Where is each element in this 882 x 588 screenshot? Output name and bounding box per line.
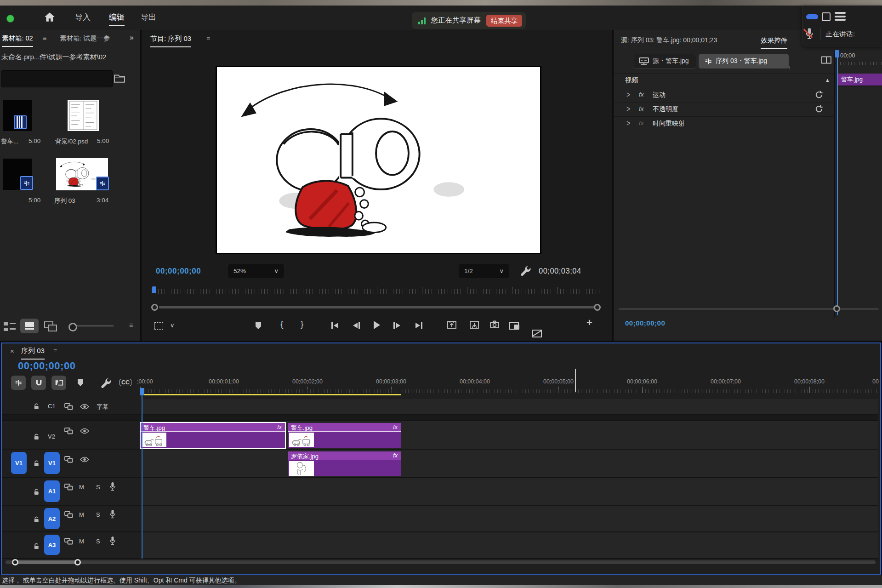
lock-icon[interactable] — [33, 433, 40, 440]
traffic-light-green[interactable] — [6, 15, 14, 23]
media-thumb-sequence-03[interactable] — [56, 158, 108, 190]
media-thumb-background-psd[interactable] — [68, 100, 99, 131]
lock-icon[interactable] — [33, 460, 40, 467]
menu-import[interactable]: 导入 — [75, 12, 91, 25]
monitor-playhead[interactable] — [152, 286, 156, 293]
timeline-zoom-scrollbar-track[interactable] — [6, 560, 876, 564]
tab-sequence-clip[interactable]: 序列 03・警车.jpg — [699, 54, 789, 69]
tab-sequence-03[interactable]: 序列 03 — [21, 347, 45, 360]
track-target-icon[interactable] — [64, 511, 73, 518]
track-target-badge[interactable]: V1 — [44, 452, 60, 474]
linked-selection-toggle[interactable] — [51, 376, 66, 390]
tab-bin-02[interactable]: 素材箱: 02 — [2, 34, 33, 47]
fx-badge[interactable]: fx — [639, 91, 644, 98]
source-patch-badge[interactable]: V1 — [11, 452, 27, 474]
captions-cc-icon[interactable]: CC — [119, 379, 131, 386]
scrollbar-handle-right[interactable] — [594, 304, 601, 311]
zoom-slider-knob[interactable] — [68, 323, 77, 331]
snap-magnet-toggle[interactable] — [31, 376, 46, 390]
tab-effect-controls[interactable]: 效果控件 — [761, 36, 787, 49]
safe-margins-icon[interactable] — [154, 322, 163, 330]
expand-right-icon[interactable]: > — [626, 104, 630, 114]
panel-menu-icon[interactable]: ≡ — [43, 34, 46, 42]
thumbnail-view-button[interactable] — [20, 319, 39, 333]
settings-wrench-icon[interactable] — [520, 265, 531, 276]
track-target-icon[interactable] — [64, 428, 73, 434]
comparison-view-icon[interactable] — [509, 322, 519, 330]
media-label[interactable]: 背景/02.psd — [55, 137, 88, 146]
insert-overwrite-sequence-toggle[interactable] — [11, 376, 26, 390]
menu-list-icon[interactable] — [835, 12, 846, 21]
media-label[interactable]: 序列 03 — [54, 197, 75, 205]
tab-program-sequence-03[interactable]: 节目: 序列 03 — [150, 34, 191, 47]
mute-button[interactable]: M — [79, 538, 84, 545]
freeform-view-icon[interactable] — [44, 321, 58, 331]
media-thumb-police-car[interactable] — [3, 100, 32, 131]
track-target-icon[interactable] — [64, 456, 73, 463]
zoom-level-select[interactable]: 52% ∨ — [228, 264, 284, 278]
clip-police-car-2[interactable]: 警车.jpgfx — [288, 423, 401, 448]
current-timecode[interactable]: 00;00;00;00 — [156, 267, 201, 276]
close-icon[interactable]: × — [10, 347, 14, 355]
media-thumb-sequence-dark[interactable] — [3, 159, 32, 190]
go-to-in-icon[interactable] — [331, 322, 338, 329]
eye-icon[interactable] — [80, 404, 89, 410]
track-label[interactable]: C1 — [48, 403, 56, 410]
extract-icon[interactable] — [470, 321, 479, 329]
program-video-frame[interactable] — [216, 66, 541, 254]
reset-effect-icon[interactable] — [815, 105, 823, 113]
track-target-icon[interactable] — [64, 538, 73, 545]
scrollbar-handle-left[interactable] — [151, 304, 158, 311]
effect-row-opacity[interactable]: > fx 不透明度 — [614, 102, 834, 116]
tab-overflow-icon[interactable]: » — [130, 34, 134, 42]
lift-icon[interactable] — [447, 321, 456, 329]
voiceover-mic-icon[interactable] — [109, 482, 116, 491]
track-target-icon[interactable] — [64, 484, 73, 491]
eye-icon[interactable] — [80, 428, 89, 434]
mark-in-icon[interactable]: { — [280, 319, 283, 329]
clip-police-car-1[interactable]: 警车.jpgfx — [141, 423, 285, 448]
split-view-icon[interactable] — [821, 56, 831, 64]
media-label[interactable]: 警车... — [1, 137, 18, 146]
playhead-marker[interactable] — [140, 388, 144, 395]
collapse-up-icon[interactable]: ▲ — [825, 77, 830, 83]
button-editor-plus-icon[interactable]: + — [586, 317, 592, 329]
fx-badge[interactable]: fx — [639, 105, 644, 112]
track-a2-lane[interactable] — [141, 506, 878, 531]
zoom-slider-track[interactable] — [76, 325, 114, 326]
voiceover-mic-icon[interactable] — [109, 536, 116, 545]
track-c1-lane[interactable] — [141, 399, 878, 414]
mini-playhead-line[interactable] — [837, 50, 838, 315]
timeline-zoom-scrollbar-thumb[interactable] — [13, 560, 80, 564]
chevron-down-icon[interactable]: ∨ — [170, 322, 175, 329]
zoom-handle-right[interactable] — [74, 559, 81, 565]
minimize-pill-icon[interactable] — [806, 14, 818, 19]
panel-menu-icon[interactable]: ≡ — [53, 347, 57, 354]
mark-out-icon[interactable]: } — [301, 319, 303, 329]
track-label[interactable]: V2 — [48, 433, 55, 440]
track-v1-lane[interactable] — [141, 450, 878, 477]
effect-row-time-remapping[interactable]: > fx 时间重映射 — [614, 116, 834, 131]
effects-scrollbar-handle[interactable] — [833, 305, 840, 312]
work-area-bar[interactable] — [141, 394, 401, 395]
timeline-current-timecode[interactable]: 00;00;00;00 — [18, 360, 75, 372]
end-share-button[interactable]: 结束共享 — [486, 15, 522, 27]
track-a3-lane[interactable] — [141, 532, 878, 558]
tab-bin-reference[interactable]: 素材箱: 试题一参 — [60, 34, 110, 46]
solo-button[interactable]: S — [96, 484, 100, 491]
track-target-badge[interactable]: A3 — [44, 535, 60, 555]
home-icon[interactable] — [44, 11, 56, 23]
solo-button[interactable]: S — [96, 538, 100, 545]
play-icon[interactable] — [374, 321, 380, 329]
lock-icon[interactable] — [33, 542, 40, 550]
go-to-out-icon[interactable] — [415, 322, 422, 329]
panel-menu-icon[interactable]: ≡ — [206, 35, 210, 42]
playhead-line[interactable] — [142, 395, 142, 559]
reset-effect-icon[interactable] — [815, 91, 823, 98]
expand-right-icon[interactable]: > — [626, 90, 630, 99]
monitor-scrollbar[interactable] — [159, 306, 595, 308]
lock-icon[interactable] — [33, 516, 40, 523]
zoom-handle-left[interactable] — [12, 559, 18, 565]
track-target-icon[interactable] — [64, 403, 73, 410]
list-view-icon[interactable] — [4, 321, 16, 331]
